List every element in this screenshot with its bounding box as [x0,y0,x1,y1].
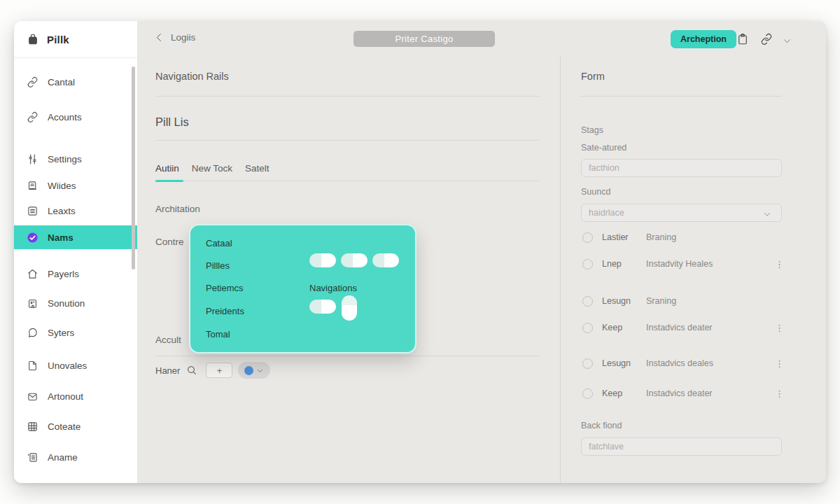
check-circle-icon [27,232,38,244]
sidebar-item-syters[interactable]: Syters [14,321,137,344]
clipboard-icon[interactable] [736,33,749,48]
color-dropdown[interactable] [238,362,270,379]
radio-button[interactable] [582,323,593,333]
form-title: Form [581,71,605,82]
context-popup: Cataal Pillles Petiemcs Preidents Tomal … [189,224,416,354]
chevron-down-icon[interactable] [783,36,792,48]
toolbar-label: Haner [155,365,180,376]
sidebar-item-label: Artonout [48,391,83,402]
sidebar-item-label: Syters [48,328,74,338]
popup-right-label: Navigations [309,283,357,293]
back-button[interactable]: Logiis [154,32,195,43]
sidebar-item-sonution[interactable]: Sonution [14,291,137,315]
kebab-icon[interactable]: ⋮ [774,388,785,399]
popup-item-tomal[interactable]: Tomal [206,329,230,340]
radio-button[interactable] [582,232,593,243]
sidebar-item-aname[interactable]: Aname [14,445,137,469]
back-input[interactable] [581,438,782,456]
chevron-left-icon [154,32,164,43]
sidebar-item-label: Coteate [48,421,80,432]
popup-item-pillles[interactable]: Pillles [206,260,230,271]
page-title: Pill Lis [155,115,189,129]
divider [155,356,539,356]
sidebar-item-payerls[interactable]: Payerls [14,262,137,286]
stepper-button[interactable]: + [206,363,232,378]
option-desc: Instadvics deater [646,323,774,332]
pill-toggle[interactable] [309,253,336,267]
option-name: Lnep [602,259,646,269]
option-desc: Instadvics deater [646,388,774,398]
divider [14,57,137,58]
link-icon[interactable] [760,33,773,48]
option-row: Lesugn Instadvics deales ⋮ [582,355,785,372]
sidebar-item-label: Nams [48,232,74,243]
pill-toggle[interactable] [372,253,399,267]
popup-item-petiemcs[interactable]: Petiemcs [206,283,243,293]
sidebar-item-unovales[interactable]: Unovales [14,354,137,377]
search-icon[interactable] [186,365,197,376]
document-icon [27,180,38,192]
sidebar: Pillk Cantal Acounts Settings Wiides Lea… [14,21,137,483]
pill-toggle-vertical[interactable] [342,295,357,321]
radio-button[interactable] [582,296,593,307]
tab-new-tock[interactable]: New Tock [192,163,232,174]
chat-icon [27,327,38,339]
sidebar-item-label: Leaxts [48,206,76,216]
tab-satelt[interactable]: Satelt [245,163,270,174]
form-group-label: Stags [581,125,603,135]
document-title-button[interactable]: Priter Castigo [354,31,495,47]
pill-toggle[interactable] [341,253,368,267]
suuncd-field-label: Suuncd [581,187,610,197]
option-desc: Instadvity Heales [646,259,774,269]
popup-item-preidents[interactable]: Preidents [206,306,244,316]
sidebar-item-coteate[interactable]: Coteate [14,414,137,438]
radio-button[interactable] [582,388,593,399]
sate-input[interactable] [581,159,782,177]
option-name: Lesugn [602,296,646,306]
app-name: Pillk [47,34,69,46]
sidebar-item-label: Payerls [48,269,79,279]
primary-action-button[interactable]: Archeption [671,30,736,48]
sidebar-scrollbar[interactable] [132,66,135,270]
grid-icon [27,421,38,433]
blue-dot [244,366,253,375]
option-desc: Braning [646,232,785,242]
sidebar-item-leaxts[interactable]: Leaxts [14,199,137,223]
sidebar-item-cantal[interactable]: Cantal [14,70,137,94]
sidebar-item-wiides[interactable]: Wiides [14,174,137,197]
chevron-down-icon [256,367,264,374]
app-window: Logiis Priter Castigo Archeption Navigat… [14,21,826,483]
divider [155,96,539,97]
sidebar-item-nams[interactable]: Nams [14,225,137,249]
active-tab-indicator [155,180,183,182]
panel-divider [560,56,561,483]
sidebar-item-settings[interactable]: Settings [14,147,137,171]
radio-button[interactable] [582,358,593,369]
tab-autiin[interactable]: Autiin [155,163,179,174]
sidebar-item-label: Acounts [48,112,82,122]
storefront-icon [27,298,38,309]
section-title: Navigation Rails [155,71,229,82]
back-label: Logiis [171,32,195,43]
link-icon [27,111,38,123]
sidebar-item-acounts[interactable]: Acounts [14,105,137,129]
toolbar-row: Haner + [155,362,270,379]
bag-icon [27,33,39,46]
occluded-label: Contre [155,237,184,247]
lower-section-title: Accult [155,335,181,345]
radio-button[interactable] [582,259,593,270]
kebab-icon[interactable]: ⋮ [774,323,785,333]
kebab-icon[interactable]: ⋮ [774,358,785,369]
option-name: Keep [602,388,646,398]
divider [155,181,539,181]
sidebar-item-label: Unovales [48,360,87,371]
option-name: Keep [602,323,646,332]
popup-item-cataal[interactable]: Cataal [206,238,232,248]
sidebar-item-artonout[interactable]: Artonout [14,384,137,408]
sidebar-item-label: Cantal [48,77,75,88]
divider [155,140,539,141]
suuncd-select[interactable] [581,204,782,222]
subsection-title: Architation [155,204,200,214]
pill-toggle[interactable] [309,300,336,314]
kebab-icon[interactable]: ⋮ [774,259,785,270]
